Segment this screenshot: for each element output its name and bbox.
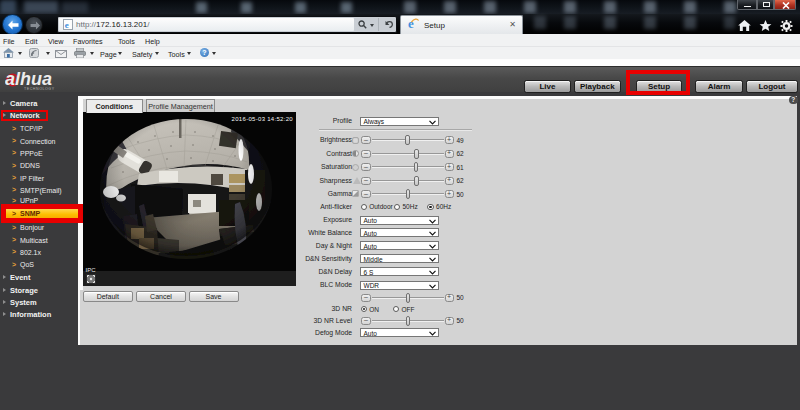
- svg-text:alhua: alhua: [5, 69, 52, 89]
- svg-text:TECHNOLOGY: TECHNOLOGY: [24, 87, 55, 91]
- svg-text:e: e: [65, 20, 69, 30]
